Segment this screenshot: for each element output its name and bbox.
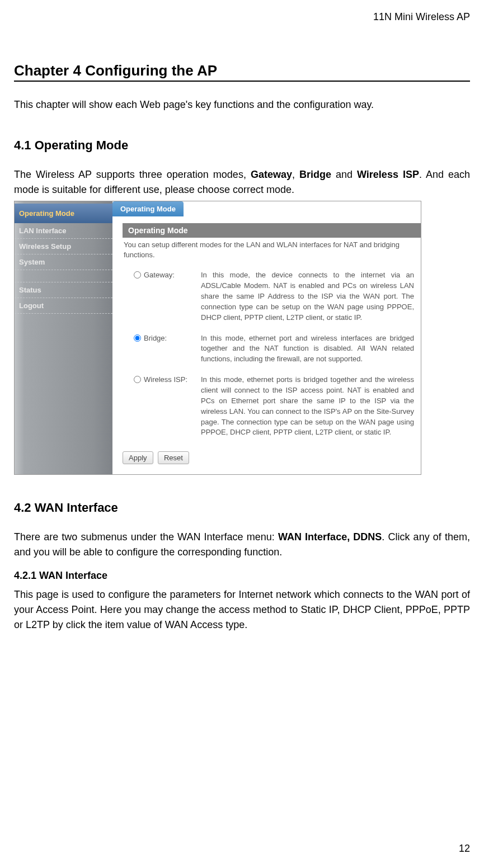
buttons-row: Apply Reset xyxy=(123,446,421,464)
modes-table: Gateway: In this mode, the device connec… xyxy=(123,268,421,446)
section41-sep2: and xyxy=(331,169,357,180)
mode-desc-gateway: In this mode, the device connects to the… xyxy=(201,270,420,323)
section42-bold: WAN Interface, DDNS xyxy=(278,531,382,542)
section41-mode3: Wireless ISP xyxy=(357,169,419,180)
radio-gateway[interactable] xyxy=(134,271,141,279)
sidebar-item-wireless-setup[interactable]: Wireless Setup xyxy=(15,239,112,254)
mode-desc-bridge: In this mode, ethernet port and wireless… xyxy=(201,333,420,365)
mode-row-gateway: Gateway: In this mode, the device connec… xyxy=(123,268,421,331)
tab-operating-mode: Operating Mode xyxy=(112,201,184,216)
section-41-title: 4.1 Operating Mode xyxy=(14,138,470,153)
mode-label-gateway: Gateway: xyxy=(144,270,201,323)
section-42-title: 4.2 WAN Interface xyxy=(14,501,470,515)
section41-text-before: The Wireless AP supports three operation… xyxy=(14,169,251,180)
sidebar: Operating Mode LAN Interface Wireless Se… xyxy=(15,201,112,474)
doc-header-title: 11N Mini Wireless AP xyxy=(14,11,470,23)
panel-title: Operating Mode xyxy=(123,223,421,238)
page-number: 12 xyxy=(459,843,470,855)
chapter-intro: This chapter will show each Web page's k… xyxy=(14,97,470,112)
mode-desc-wireless-isp: In this mode, ethernet ports is bridged … xyxy=(201,375,420,438)
section41-mode2: Bridge xyxy=(299,169,331,180)
section41-mode1: Gateway xyxy=(251,169,292,180)
section41-sep1: , xyxy=(292,169,299,180)
mode-row-bridge: Bridge: In this mode, ethernet port and … xyxy=(123,331,421,373)
sidebar-item-lan-interface[interactable]: LAN Interface xyxy=(15,223,112,239)
section42-text-before: There are two submenus under the WAN Int… xyxy=(14,531,278,542)
section-41-text: The Wireless AP supports three operation… xyxy=(14,167,470,197)
sidebar-item-operating-mode[interactable]: Operating Mode xyxy=(15,204,112,223)
mode-label-bridge: Bridge: xyxy=(144,333,201,365)
sidebar-item-logout[interactable]: Logout xyxy=(15,298,112,314)
section-421-title: 4.2.1 WAN Interface xyxy=(14,570,470,582)
apply-button[interactable]: Apply xyxy=(123,451,153,464)
config-screenshot: Operating Mode LAN Interface Wireless Se… xyxy=(14,201,421,475)
content-area: Operating Mode Operating Mode You can se… xyxy=(112,201,421,474)
radio-wireless-isp[interactable] xyxy=(134,376,141,383)
section-42-text: There are two submenus under the WAN Int… xyxy=(14,530,470,560)
section-421-text: This page is used to configure the param… xyxy=(14,587,470,633)
sidebar-item-status[interactable]: Status xyxy=(15,282,112,298)
sidebar-gap xyxy=(15,270,112,282)
chapter-title: Chapter 4 Configuring the AP xyxy=(14,62,470,82)
reset-button[interactable]: Reset xyxy=(158,451,189,464)
mode-row-wireless-isp: Wireless ISP: In this mode, ethernet por… xyxy=(123,372,421,446)
sidebar-item-system[interactable]: System xyxy=(15,254,112,270)
radio-bridge[interactable] xyxy=(134,334,141,342)
mode-label-wireless-isp: Wireless ISP: xyxy=(144,375,201,438)
panel-description: You can setup different modes for the LA… xyxy=(123,238,421,268)
